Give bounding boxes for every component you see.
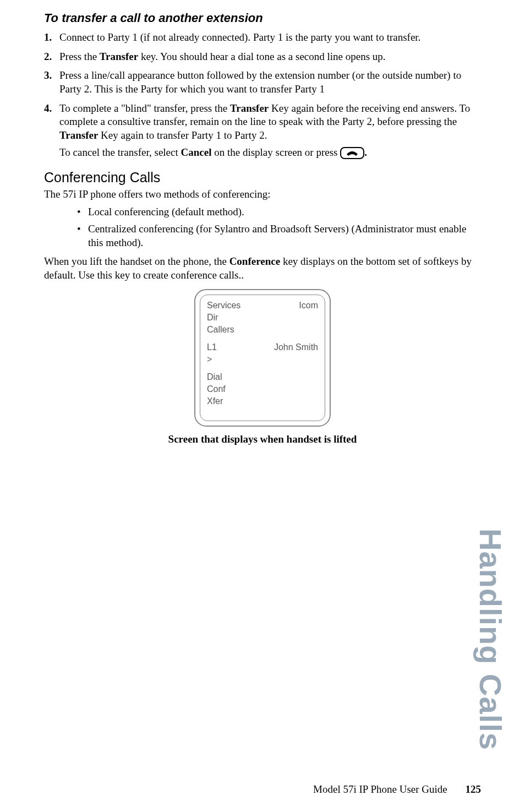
step-text: Press a line/call appearance button foll… bbox=[59, 69, 461, 95]
screen-row: Dir bbox=[207, 313, 318, 323]
step-text: To complete a "blind" transfer, press th… bbox=[59, 102, 230, 114]
section-heading: Conferencing Calls bbox=[44, 170, 481, 186]
screen-gap bbox=[207, 367, 318, 372]
conf-para-bold: Conference bbox=[229, 255, 281, 267]
screen-label: Callers bbox=[207, 325, 234, 335]
screen-row: Dial bbox=[207, 372, 318, 382]
bullet-item: Local conferencing (default method). bbox=[77, 205, 481, 219]
step-text: Key again to transfer Party 1 to Party 2… bbox=[98, 129, 267, 141]
screen-row: > bbox=[207, 355, 318, 364]
bullet-item: Centralized conferencing (for Sylantro a… bbox=[77, 222, 481, 249]
screen-label: L1 bbox=[207, 342, 217, 352]
step-text: Press the bbox=[59, 51, 100, 62]
step-item: Press the Transfer key. You should hear … bbox=[44, 50, 481, 64]
screen-row: L1 John Smith bbox=[207, 342, 318, 352]
step-item: Connect to Party 1 (if not already conne… bbox=[44, 31, 481, 45]
conf-para-pre: When you lift the handset on the phone, … bbox=[44, 255, 229, 267]
screen-label: Icom bbox=[299, 301, 318, 310]
step-text: Connect to Party 1 (if not already conne… bbox=[59, 31, 420, 43]
cancel-post: on the display screen or press bbox=[211, 146, 340, 158]
footer-text: Model 57i IP Phone User Guide bbox=[313, 783, 447, 795]
conf-bullets: Local conferencing (default method). Cen… bbox=[44, 205, 481, 249]
screen-label: Conf bbox=[207, 384, 226, 394]
screen-row: Services Icom bbox=[207, 301, 318, 310]
cancel-pre: To cancel the transfer, select bbox=[59, 146, 181, 158]
step-bold: Transfer bbox=[230, 102, 269, 114]
phone-screen-figure: Services Icom Dir Callers L1 John Smith … bbox=[44, 289, 481, 427]
step-text: key. You should hear a dial tone as a se… bbox=[138, 51, 385, 62]
cancel-line: To cancel the transfer, select Cancel on… bbox=[59, 146, 481, 160]
cancel-bold: Cancel bbox=[181, 146, 212, 158]
screen-row: Callers bbox=[207, 325, 318, 335]
subsection-heading: To transfer a call to another extension bbox=[44, 11, 481, 25]
goodbye-key-icon bbox=[340, 147, 364, 159]
figure-caption: Screen that displays when handset is lif… bbox=[44, 433, 481, 445]
conf-paragraph: When you lift the handset on the phone, … bbox=[44, 255, 481, 282]
screen-label: Dir bbox=[207, 313, 218, 323]
screen-label: > bbox=[207, 355, 212, 364]
conf-intro: The 57i IP phone offers two methods of c… bbox=[44, 188, 481, 201]
step-item: To complete a "blind" transfer, press th… bbox=[44, 102, 481, 160]
screen-label: Services bbox=[207, 301, 240, 310]
page-footer: Model 57i IP Phone User Guide 125 bbox=[313, 783, 481, 795]
cancel-end: . bbox=[364, 146, 367, 158]
screen-gap bbox=[207, 337, 318, 342]
side-tab-label: Handling Calls bbox=[473, 528, 508, 750]
screen-label: Xfer bbox=[207, 396, 223, 406]
screen-row: Conf bbox=[207, 384, 318, 394]
page-number: 125 bbox=[466, 783, 482, 795]
step-bold: Transfer bbox=[100, 51, 138, 62]
transfer-steps-list: Connect to Party 1 (if not already conne… bbox=[44, 31, 481, 160]
screen-label: John Smith bbox=[274, 342, 318, 352]
phone-screen-inner: Services Icom Dir Callers L1 John Smith … bbox=[200, 295, 325, 421]
screen-row: Xfer bbox=[207, 396, 318, 406]
step-bold: Transfer bbox=[59, 129, 98, 141]
screen-label: Dial bbox=[207, 372, 222, 382]
phone-screen-outer: Services Icom Dir Callers L1 John Smith … bbox=[194, 289, 331, 427]
step-item: Press a line/call appearance button foll… bbox=[44, 69, 481, 96]
